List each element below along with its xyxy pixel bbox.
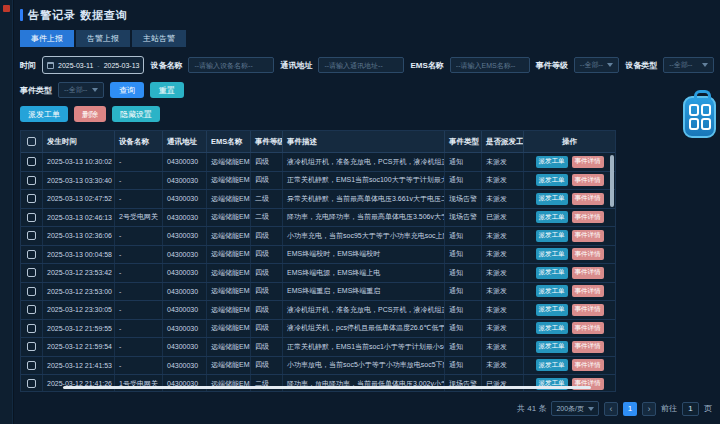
row-event-detail-button[interactable]: 事件详情 (572, 267, 604, 279)
table-row[interactable]: 2025-03-13 03:30:40 - 04300030 远端储能EMS-0… (21, 172, 615, 191)
row-checkbox[interactable] (27, 305, 36, 314)
filter-row-2: 事件类型 --全部-- 查询 重置 (20, 82, 714, 98)
row-checkbox[interactable] (27, 213, 36, 222)
row-checkbox[interactable] (27, 194, 36, 203)
device-type-select[interactable]: --全部-- (663, 57, 714, 73)
cell-event-type: 通知 (445, 357, 482, 375)
tab-alarm-report[interactable]: 告警上报 (76, 30, 130, 47)
row-checkbox[interactable] (27, 231, 36, 240)
vertical-scrollbar[interactable] (610, 155, 614, 207)
table-row[interactable]: 2025-03-12 21:41:26 1号受电网关 04300030 远端储能… (21, 375, 615, 392)
page-size-select[interactable]: 200条/页 (551, 401, 599, 416)
row-checkbox[interactable] (27, 157, 36, 166)
row-dispatch-order-button[interactable]: 派发工单 (536, 267, 568, 279)
cell-event-type: 现场告警 (445, 375, 482, 392)
table-body: 2025-03-13 10:30:02 - 04300030 远端储能EMS-0… (21, 153, 615, 392)
row-dispatch-order-button[interactable]: 派发工单 (536, 322, 568, 334)
row-dispatch-order-button[interactable]: 派发工单 (536, 211, 568, 223)
hide-settings-button[interactable]: 隐藏设置 (112, 106, 160, 122)
row-dispatch-order-button[interactable]: 派发工单 (536, 304, 568, 316)
tab-event-report[interactable]: 事件上报 (20, 30, 74, 47)
cell-ems-name: 远端储能EMS-04.. (207, 209, 251, 227)
row-dispatch-order-button[interactable]: 派发工单 (536, 285, 568, 297)
cell-dispatched: 已派发 (482, 209, 524, 227)
row-event-detail-button[interactable]: 事件详情 (572, 174, 604, 186)
date-end[interactable]: 2025-03-13 (104, 62, 140, 69)
cell-event-type: 通知 (445, 172, 482, 190)
header-occur-time: 发生时间 (43, 131, 115, 152)
row-checkbox[interactable] (27, 361, 36, 370)
table-row[interactable]: 2025-03-13 02:36:06 - 04300030 远端储能EMS-0… (21, 227, 615, 246)
cell-comm-addr: 04300030 (163, 375, 207, 392)
table-row[interactable]: 2025-03-13 02:46:13 2号受电网关 04300030 远端储能… (21, 209, 615, 228)
dispatch-order-button[interactable]: 派发工单 (20, 106, 68, 122)
event-type-select[interactable]: --全部-- (58, 82, 104, 98)
device-name-input[interactable] (188, 57, 274, 73)
header-device-name: 设备名称 (115, 131, 163, 152)
row-dispatch-order-button[interactable]: 派发工单 (536, 248, 568, 260)
table-row[interactable]: 2025-03-12 21:59:54 - 04300030 远端储能EMS-0… (21, 338, 615, 357)
table-row[interactable]: 2025-03-12 21:59:55 - 04300030 远端储能EMS-0… (21, 320, 615, 339)
row-event-detail-button[interactable]: 事件详情 (572, 230, 604, 242)
cell-event-level: 四级 (251, 320, 283, 338)
table-row[interactable]: 2025-03-12 23:30:05 - 04300030 远端储能EMS-0… (21, 301, 615, 320)
cell-ems-name: 远端储能EMS-04.. (207, 227, 251, 245)
row-event-detail-button[interactable]: 事件详情 (572, 322, 604, 334)
row-checkbox[interactable] (27, 268, 36, 277)
row-event-detail-button[interactable]: 事件详情 (572, 248, 604, 260)
row-event-detail-button[interactable]: 事件详情 (572, 193, 604, 205)
row-event-detail-button[interactable]: 事件详情 (572, 285, 604, 297)
table-row[interactable]: 2025-03-13 00:04:58 - 04300030 远端储能EMS-0… (21, 246, 615, 265)
row-checkbox[interactable] (27, 250, 36, 259)
table-header-row: 发生时间 设备名称 通讯地址 EMS名称 事件等级 事件描述 事件类型 是否派发… (21, 131, 615, 153)
cell-comm-addr: 04300030 (163, 264, 207, 282)
row-event-detail-button[interactable]: 事件详情 (572, 156, 604, 168)
date-range-picker[interactable]: 2025-03-11 - 2025-03-13 (42, 56, 144, 74)
table-row[interactable]: 2025-03-12 23:53:00 - 04300030 远端储能EMS-0… (21, 283, 615, 302)
prev-page-button[interactable]: ‹ (604, 402, 618, 416)
table-row[interactable]: 2025-03-12 21:41:53 - 04300030 远端储能EMS-0… (21, 357, 615, 376)
floating-menu-button[interactable] (683, 96, 716, 138)
current-page-button[interactable]: 1 (623, 402, 637, 416)
device-type-value: --全部-- (669, 60, 692, 70)
ems-name-input[interactable] (450, 57, 530, 73)
event-level-select[interactable]: --全部-- (574, 57, 619, 73)
row-dispatch-order-button[interactable]: 派发工单 (536, 174, 568, 186)
table-row[interactable]: 2025-03-13 02:47:52 - 04300030 远端储能EMS-0… (21, 190, 615, 209)
row-dispatch-order-button[interactable]: 派发工单 (536, 156, 568, 168)
row-dispatch-order-button[interactable]: 派发工单 (536, 193, 568, 205)
cell-occur-time: 2025-03-12 21:41:53 (43, 357, 115, 375)
cell-event-desc: 液冷机组开机，准备充放电，PCS开机，液冷机组正常开机 (283, 301, 445, 319)
next-page-button[interactable]: › (642, 402, 656, 416)
select-all-checkbox[interactable] (27, 137, 36, 146)
row-event-detail-button[interactable]: 事件详情 (572, 304, 604, 316)
goto-page-input[interactable] (682, 402, 699, 416)
row-dispatch-order-button[interactable]: 派发工单 (536, 359, 568, 371)
horizontal-scrollbar[interactable] (63, 386, 591, 389)
row-event-detail-button[interactable]: 事件详情 (572, 359, 604, 371)
table-row[interactable]: 2025-03-13 10:30:02 - 04300030 远端储能EMS-0… (21, 153, 615, 172)
row-event-detail-button[interactable]: 事件详情 (572, 211, 604, 223)
left-nav-rail[interactable] (0, 0, 13, 424)
table-row[interactable]: 2025-03-12 23:53:42 - 04300030 远端储能EMS-0… (21, 264, 615, 283)
cell-event-type: 通知 (445, 320, 482, 338)
row-checkbox[interactable] (27, 379, 36, 388)
tab-master-alarm[interactable]: 主站告警 (132, 30, 186, 47)
row-dispatch-order-button[interactable]: 派发工单 (536, 230, 568, 242)
comm-addr-input[interactable] (318, 57, 404, 73)
cell-occur-time: 2025-03-12 23:53:00 (43, 283, 115, 301)
delete-button[interactable]: 删除 (74, 106, 106, 122)
cell-event-level: 二级 (251, 190, 283, 208)
tab-bar: 事件上报 告警上报 主站告警 (20, 30, 714, 47)
row-checkbox[interactable] (27, 324, 36, 333)
date-start[interactable]: 2025-03-11 (58, 62, 93, 69)
row-dispatch-order-button[interactable]: 派发工单 (536, 341, 568, 353)
cell-comm-addr: 04300030 (163, 338, 207, 356)
row-checkbox[interactable] (27, 287, 36, 296)
cell-event-type: 现场告警 (445, 190, 482, 208)
row-event-detail-button[interactable]: 事件详情 (572, 341, 604, 353)
query-button[interactable]: 查询 (110, 82, 144, 98)
row-checkbox[interactable] (27, 176, 36, 185)
reset-button[interactable]: 重置 (150, 82, 184, 98)
row-checkbox[interactable] (27, 342, 36, 351)
